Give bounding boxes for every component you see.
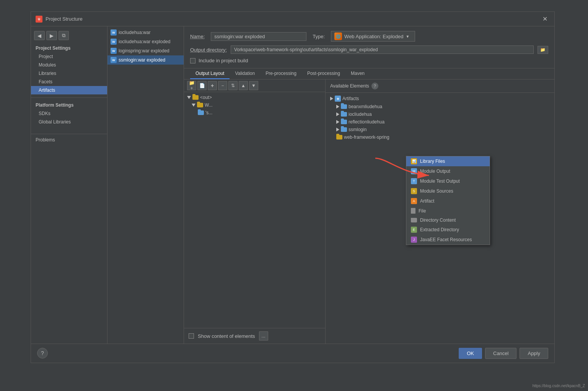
show-content-checkbox[interactable] bbox=[189, 333, 194, 339]
dropdown-item-module-output[interactable]: M Module Output bbox=[406, 166, 490, 176]
output-dir-label: Output directory: bbox=[190, 47, 227, 53]
tree-item-webinf[interactable]: W... bbox=[184, 101, 325, 109]
folder-icon bbox=[192, 95, 199, 100]
avail-item-iocliudehua[interactable]: iocliudehua bbox=[326, 110, 554, 118]
dropdown-menu: 📊 Library Files M Module Output T Module… bbox=[406, 156, 490, 245]
forward-button[interactable]: ▶ bbox=[46, 31, 57, 40]
dropdown-item-module-sources[interactable]: S Module Sources bbox=[406, 186, 490, 196]
tree-item-sub-s-label: 's... bbox=[205, 110, 212, 115]
dropdown-item-directory-content[interactable]: Directory Content bbox=[406, 216, 490, 225]
sidebar-item-modules[interactable]: Modules bbox=[31, 61, 107, 69]
file-icon bbox=[411, 208, 415, 214]
tab-pre-processing[interactable]: Pre-processing bbox=[260, 68, 302, 79]
sidebar-item-facets[interactable]: Facets bbox=[31, 78, 107, 86]
module-output-icon: M bbox=[411, 168, 417, 174]
dots-button[interactable]: ... bbox=[259, 331, 268, 341]
include-build-label: Include in project build bbox=[199, 58, 248, 63]
war-icon: W bbox=[111, 29, 117, 36]
sidebar-item-sdks[interactable]: SDKs bbox=[31, 109, 107, 118]
collapse-icon bbox=[187, 96, 191, 99]
library-icon: 📊 bbox=[411, 158, 417, 164]
include-build-checkbox[interactable] bbox=[190, 58, 195, 63]
artifact-item-iocliudehua-war[interactable]: W iocliudehua:war bbox=[108, 28, 184, 37]
down-button[interactable]: ▼ bbox=[249, 81, 258, 90]
add-folder-button[interactable]: 📁+ bbox=[187, 81, 196, 90]
window-body: ◀ ▶ ⧉ Project Settings Project Modules L… bbox=[31, 26, 554, 344]
artifact-item-loginspring-war-exploded[interactable]: W loginspring:war exploded bbox=[108, 46, 184, 55]
tab-validation[interactable]: Validation bbox=[230, 68, 260, 79]
dropdown-item-file[interactable]: File bbox=[406, 206, 490, 216]
sources-icon: S bbox=[411, 188, 417, 194]
extracted-dir-icon: E bbox=[411, 227, 417, 233]
add-button[interactable]: + bbox=[208, 81, 217, 90]
project-structure-window: u Project Structure ✕ ◀ ▶ ⧉ Project Sett… bbox=[31, 11, 555, 363]
project-settings-section: Project Settings bbox=[31, 43, 107, 52]
javaee-icon: J bbox=[411, 237, 417, 243]
copy-button[interactable]: ⧉ bbox=[59, 31, 69, 40]
expand-icon5 bbox=[336, 128, 339, 131]
title-bar: u Project Structure ✕ bbox=[31, 12, 554, 26]
help-button[interactable]: ? bbox=[37, 348, 48, 359]
sidebar-item-libraries[interactable]: Libraries bbox=[31, 69, 107, 78]
layout-tree-panel: 📁+ 📄 + − ⇅ ▲ ▼ <out> bbox=[184, 79, 326, 344]
artifact-item-iocliudehua-war-exploded[interactable]: W iocliudehua:war exploded bbox=[108, 37, 184, 46]
window-title: Project Structure bbox=[46, 16, 540, 22]
collapse-icon2 bbox=[192, 104, 195, 107]
avail-item-ssmlogin[interactable]: ssmlogin bbox=[326, 126, 554, 133]
dropdown-item-extracted-directory[interactable]: E Extracted Directory bbox=[406, 225, 490, 235]
name-type-row: Name: Type: 🌐 Web Application: Exploded … bbox=[190, 31, 548, 42]
output-dir-row: Output directory: 📁 bbox=[190, 45, 548, 54]
layout-toolbar: 📁+ 📄 + − ⇅ ▲ ▼ bbox=[184, 79, 325, 92]
avail-item-reflectionliudehua[interactable]: reflectionliudehua bbox=[326, 118, 554, 126]
avail-item-web-framework-spring[interactable]: web-framework-spring bbox=[326, 133, 554, 141]
watermark: https://blog.csdn.net/kpacnB_Z bbox=[533, 384, 585, 388]
tree-item-out-label: <out> bbox=[200, 95, 212, 100]
tabs-row: Output Layout Validation Pre-processing … bbox=[184, 68, 554, 79]
remove-button[interactable]: − bbox=[218, 81, 227, 90]
module-test-icon: T bbox=[411, 178, 417, 184]
up-button[interactable]: ▲ bbox=[239, 81, 248, 90]
sort-button[interactable]: ⇅ bbox=[228, 81, 238, 90]
sidebar-item-artifacts[interactable]: Artifacts bbox=[31, 86, 107, 94]
sidebar-item-project[interactable]: Project bbox=[31, 52, 107, 61]
dropdown-item-module-test-output[interactable]: T Module Test Output bbox=[406, 176, 490, 186]
chevron-down-icon: ▼ bbox=[406, 34, 410, 39]
add-files-button[interactable]: 📄 bbox=[197, 81, 207, 90]
type-select[interactable]: 🌐 Web Application: Exploded ▼ bbox=[331, 31, 415, 42]
expand-icon bbox=[330, 97, 333, 101]
tab-post-processing[interactable]: Post-processing bbox=[302, 68, 345, 79]
dropdown-item-javaee-facet[interactable]: J JavaEE Facet Resources bbox=[406, 235, 490, 245]
avail-item-artifacts[interactable]: ◈ Artifacts bbox=[326, 94, 554, 103]
tree-item-sub-s[interactable]: 's... bbox=[184, 109, 325, 117]
sidebar-item-global-libraries[interactable]: Global Libraries bbox=[31, 118, 107, 126]
main-content: Name: Type: 🌐 Web Application: Exploded … bbox=[184, 26, 554, 344]
close-button[interactable]: ✕ bbox=[540, 15, 550, 23]
war-exploded-icon2: W bbox=[111, 48, 117, 54]
back-button[interactable]: ◀ bbox=[34, 31, 45, 40]
tab-output-layout[interactable]: Output Layout bbox=[190, 68, 230, 79]
dropdown-item-artifact[interactable]: A Artifact bbox=[406, 196, 490, 206]
name-label: Name: bbox=[190, 34, 205, 39]
tree-item-out[interactable]: <out> bbox=[184, 94, 325, 101]
platform-settings-section: Platform Settings bbox=[31, 97, 107, 109]
cancel-button[interactable]: Cancel bbox=[485, 348, 516, 359]
folder-blue-icon5 bbox=[341, 127, 347, 132]
folder-blue-icon4 bbox=[341, 120, 347, 124]
ok-button[interactable]: OK bbox=[459, 348, 482, 359]
artifact-menu-icon: A bbox=[411, 198, 417, 204]
help-icon[interactable]: ? bbox=[371, 83, 378, 89]
war-exploded-icon3: W bbox=[111, 57, 117, 63]
apply-button[interactable]: Apply bbox=[520, 348, 548, 359]
avail-item-beanxmliudehua[interactable]: beanxmliudehua bbox=[326, 103, 554, 110]
show-content-label: Show content of elements bbox=[198, 333, 255, 339]
tree-item-webinf-label: W... bbox=[205, 102, 213, 108]
artifact-item-ssmlogin-war-exploded[interactable]: W ssmlogin:war exploded bbox=[108, 55, 184, 65]
name-input[interactable] bbox=[211, 32, 306, 41]
app-icon: u bbox=[36, 16, 42, 23]
tab-maven[interactable]: Maven bbox=[345, 68, 370, 79]
war-exploded-icon: W bbox=[111, 39, 117, 45]
output-dir-input[interactable] bbox=[231, 45, 534, 54]
dropdown-item-library-files[interactable]: 📊 Library Files bbox=[406, 156, 490, 166]
browse-dir-button[interactable]: 📁 bbox=[538, 46, 548, 54]
sidebar-item-problems[interactable]: Problems bbox=[31, 134, 107, 144]
